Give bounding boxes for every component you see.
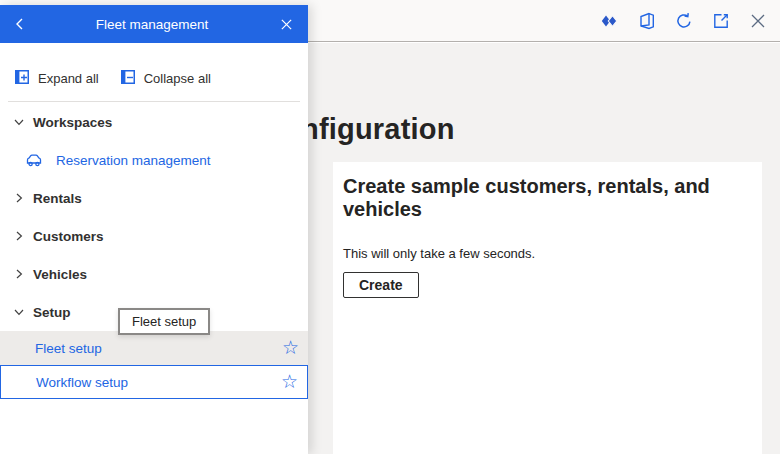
chevron-right-icon — [13, 268, 33, 280]
tree-group-customers[interactable]: Customers — [0, 217, 308, 255]
close-icon[interactable] — [749, 12, 767, 30]
divider — [8, 101, 300, 102]
flyout-header: Fleet management — [0, 5, 308, 43]
expand-all-button[interactable]: Expand all — [15, 70, 99, 87]
expand-all-icon — [15, 70, 29, 87]
collapse-all-label: Collapse all — [144, 71, 211, 86]
tree-group-vehicles[interactable]: Vehicles — [0, 255, 308, 293]
tree-group-label: Rentals — [33, 191, 82, 206]
screen: nfiguration Create sample customers, ren… — [0, 0, 780, 454]
card-heading: Create sample customers, rentals, and ve… — [343, 175, 746, 221]
navigation-tree: Workspaces Reservation management — [0, 103, 308, 399]
tree-group-label: Vehicles — [33, 267, 87, 282]
card-description: This will only take a few seconds. — [343, 246, 746, 261]
create-button[interactable]: Create — [343, 272, 419, 298]
app-header-icon-bar — [601, 12, 767, 30]
collapse-all-button[interactable]: Collapse all — [121, 70, 211, 87]
tree-item-workflow-setup[interactable]: Workflow setup ☆ — [0, 365, 308, 399]
tree-group-label: Customers — [33, 229, 104, 244]
favorite-star-icon[interactable]: ☆ — [282, 338, 299, 357]
fleet-management-flyout: Fleet management Expand all — [0, 5, 308, 454]
popout-icon[interactable] — [712, 12, 730, 30]
chevron-right-icon — [13, 230, 33, 242]
flyout-title: Fleet management — [40, 17, 264, 32]
back-icon[interactable] — [0, 17, 40, 31]
tree-group-workspaces[interactable]: Workspaces — [0, 103, 308, 141]
collapse-all-icon — [121, 70, 135, 87]
chevron-down-icon — [13, 116, 33, 128]
favorite-star-icon[interactable]: ☆ — [281, 372, 298, 391]
dynamics-icon[interactable] — [601, 12, 619, 30]
tree-item-label: Workflow setup — [36, 375, 128, 390]
tree-tools: Expand all Collapse all — [15, 70, 211, 87]
page-title: nfiguration — [301, 113, 455, 146]
fleet-setup-tooltip: Fleet setup — [118, 308, 210, 335]
chevron-down-icon — [13, 306, 33, 318]
tree-group-rentals[interactable]: Rentals — [0, 179, 308, 217]
tree-item-label: Reservation management — [56, 153, 211, 168]
sample-data-card: Create sample customers, rentals, and ve… — [333, 162, 762, 454]
car-icon — [25, 153, 43, 168]
tree-item-reservation-management[interactable]: Reservation management — [0, 141, 308, 179]
tree-item-fleet-setup[interactable]: Fleet setup ☆ — [0, 331, 308, 365]
office-icon[interactable] — [638, 12, 656, 30]
expand-all-label: Expand all — [38, 71, 99, 86]
refresh-icon[interactable] — [675, 12, 693, 30]
tree-group-label: Workspaces — [33, 115, 112, 130]
tree-item-label: Fleet setup — [35, 341, 102, 356]
chevron-right-icon — [13, 192, 33, 204]
flyout-close-icon[interactable] — [264, 18, 308, 31]
tree-group-label: Setup — [33, 305, 71, 320]
